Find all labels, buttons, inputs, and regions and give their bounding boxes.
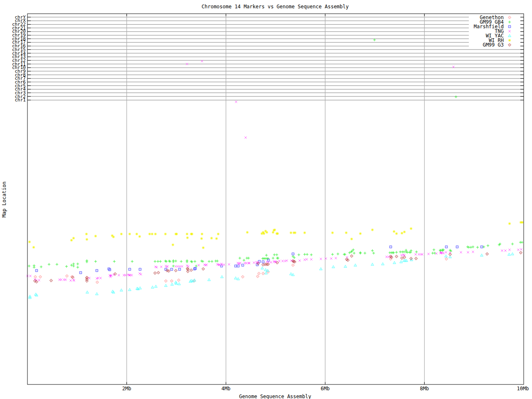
series-gm99-g3 xyxy=(34,251,522,283)
plot-frame xyxy=(27,14,524,384)
x-tick-label-4Mb: 4Mb xyxy=(222,386,231,392)
series-gm99-gb4 xyxy=(28,39,523,268)
x-tick-label-6Mb: 6Mb xyxy=(321,386,330,392)
x-tick-label-8Mb: 8Mb xyxy=(420,386,429,392)
series-wi-rh xyxy=(28,221,524,249)
y-tick-label-chr1: chr1 xyxy=(15,97,26,103)
series-tng xyxy=(26,60,522,281)
series-wi-yac xyxy=(29,253,514,299)
legend-label-gm99-g3: GM99 G3 xyxy=(483,42,504,48)
chart-plot-area: chrYchrXchr22chr21chr20chr19chr18chr17ch… xyxy=(0,0,532,399)
plot-border: 2Mb4Mb6Mb8Mb10Mb xyxy=(27,14,529,392)
x-tick-label-10Mb: 10Mb xyxy=(517,386,529,392)
chart-page: Chromosome 14 Markers vs Genome Sequence… xyxy=(0,0,532,399)
legend-symbol-star xyxy=(508,39,511,42)
x-gridlines xyxy=(127,14,424,384)
chromosome-gridlines: chrYchrXchr22chr21chr20chr19chr18chr17ch… xyxy=(12,15,524,103)
x-tick-label-2Mb: 2Mb xyxy=(122,386,131,392)
